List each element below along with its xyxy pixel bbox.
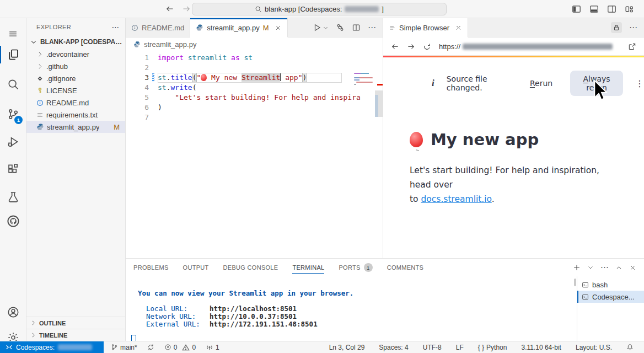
menu-icon[interactable] <box>0 23 26 45</box>
toggle-panel-icon[interactable] <box>589 4 599 14</box>
encoding-status[interactable]: UTF-8 <box>420 344 444 351</box>
tab-debug-console[interactable]: DEBUG CONSOLE <box>223 259 278 276</box>
tab-streamlit-app[interactable]: streamlit_app.py M <box>190 18 287 38</box>
tree-item-license[interactable]: LICENSE <box>26 84 125 97</box>
kebab-menu-icon[interactable]: ⋮ <box>635 78 644 89</box>
redacted-codespace-name <box>58 344 92 350</box>
terminal-line: Local URL: http://localhost:8501 <box>138 305 576 313</box>
balloon-emoji <box>410 132 423 147</box>
sidebar-item-github[interactable] <box>0 210 26 232</box>
keyboard-layout-status[interactable]: Layout: U.S. <box>573 344 615 351</box>
code-editor[interactable]: 1import streamlit as st 2 3st.title(" My… <box>126 51 383 122</box>
tab-simple-browser[interactable]: Simple Browser <box>383 18 468 38</box>
open-external-icon[interactable] <box>628 42 636 51</box>
explorer-more-actions-icon[interactable]: ⋯ <box>112 23 120 31</box>
play-icon <box>313 23 321 32</box>
rerun-button[interactable]: Rerun <box>524 75 558 92</box>
notifications-bell-icon[interactable] <box>624 344 636 351</box>
overview-ruler[interactable] <box>375 51 383 269</box>
tree-root-folder[interactable]: BLANK-APP [CODESPAC... <box>26 36 125 48</box>
panel-more-actions-icon[interactable]: ⋯ <box>600 263 609 272</box>
maximize-panel-icon[interactable] <box>615 264 622 271</box>
browser-reload-icon[interactable] <box>423 42 431 51</box>
tree-item-readme[interactable]: README.md <box>26 97 125 109</box>
braces-icon: { } <box>478 344 484 351</box>
terminal-icon <box>582 281 589 288</box>
account-icon[interactable] <box>0 301 26 323</box>
command-center-search[interactable]: blank-app [Codespaces: ] <box>192 3 447 15</box>
cursor-position-status[interactable]: Ln 3, Col 29 <box>326 344 368 351</box>
problems-status[interactable]: 0 0 <box>162 344 198 351</box>
remote-indicator[interactable]: Codespaces: <box>0 341 104 353</box>
bracket-match: ) <box>303 73 307 82</box>
terminal-output[interactable]: You can now view your Streamlit app in y… <box>126 276 576 341</box>
code-token: write <box>170 83 192 92</box>
browser-back-icon[interactable] <box>391 42 399 51</box>
tree-item-devcontainer[interactable]: .devcontainer <box>26 48 125 60</box>
tab-problems[interactable]: PROBLEMS <box>133 259 169 276</box>
sync-status[interactable] <box>144 344 157 351</box>
terminal-profile-chevron-icon[interactable] <box>587 264 594 271</box>
terminal-line: You can now view your Streamlit app in y… <box>138 290 576 297</box>
docs-link[interactable]: docs.streamlit.io <box>421 194 492 204</box>
close-tab-icon[interactable] <box>455 24 462 31</box>
eol-status[interactable]: LF <box>453 344 466 351</box>
tree-item-streamlit-app[interactable]: streamlit_app.py M <box>26 121 125 133</box>
split-editor-icon[interactable] <box>352 23 361 32</box>
explorer-sidebar: EXPLORER ⋯ BLANK-APP [CODESPAC... .devco… <box>26 18 126 341</box>
command-center-label-suffix: ] <box>382 5 384 13</box>
sidebar-item-extensions[interactable] <box>0 158 26 180</box>
tree-item-github-folder[interactable]: .github <box>26 60 125 72</box>
history-forward-icon[interactable] <box>182 4 191 13</box>
sidebar-item-run-debug[interactable] <box>0 131 26 153</box>
lock-preview-icon[interactable] <box>611 22 622 33</box>
branch-status[interactable]: main* <box>108 344 140 351</box>
terminal-session-bash[interactable]: bash <box>577 279 644 291</box>
chevron-down-icon <box>323 25 329 31</box>
sidebar-item-search[interactable] <box>0 73 26 95</box>
tab-output[interactable]: OUTPUT <box>183 259 209 276</box>
forwarded-ports-status[interactable]: 1 <box>203 344 222 351</box>
close-panel-icon[interactable] <box>629 264 636 271</box>
terminal-scrollbar[interactable] <box>574 279 576 286</box>
python-interpreter-status[interactable]: 3.11.10 64-bit <box>518 344 564 351</box>
tree-item-requirements[interactable]: requirements.txt <box>26 109 125 121</box>
chevron-right-icon <box>36 51 44 58</box>
sidebar-item-testing[interactable] <box>0 186 26 208</box>
new-terminal-icon[interactable] <box>573 264 581 271</box>
tab-readme[interactable]: README.md <box>126 18 190 37</box>
chevron-right-icon <box>30 319 37 327</box>
line-number: 4 <box>126 83 151 93</box>
close-tab-icon[interactable] <box>275 24 282 31</box>
outline-section[interactable]: OUTLINE <box>26 317 125 329</box>
tree-item-gitignore[interactable]: .gitignore <box>26 72 125 84</box>
tab-comments[interactable]: COMMENTS <box>387 259 424 276</box>
sidebar-item-source-control[interactable]: 1 <box>0 103 26 125</box>
run-python-file-button[interactable] <box>313 23 329 32</box>
sync-icon <box>147 344 154 351</box>
url-bar[interactable]: https:// <box>439 42 620 51</box>
history-back-icon[interactable] <box>165 4 174 13</box>
toggle-secondary-sidebar-icon[interactable] <box>607 4 616 14</box>
scrollbar-thumb[interactable] <box>375 90 383 117</box>
run-options-icon[interactable] <box>336 23 345 32</box>
language-mode-status[interactable]: { }Python <box>475 344 510 351</box>
minimap[interactable] <box>352 72 375 86</box>
editor-more-actions-icon[interactable]: ⋯ <box>368 23 376 33</box>
customize-layout-icon[interactable] <box>625 4 634 14</box>
code-token: My new <box>207 73 242 82</box>
activity-bar: 1 <box>0 18 26 341</box>
browser-forward-icon[interactable] <box>407 42 415 51</box>
tab-terminal[interactable]: TERMINAL <box>292 259 324 276</box>
line-number-active: 3 <box>126 73 151 83</box>
toggle-primary-sidebar-icon[interactable] <box>572 4 581 14</box>
indentation-status[interactable]: Spaces: 4 <box>376 344 411 351</box>
browser-more-actions-icon[interactable]: ⋯ <box>629 23 637 33</box>
timeline-section[interactable]: TIMELINE <box>26 329 125 341</box>
tab-ports[interactable]: PORTS1 <box>339 259 372 276</box>
breadcrumb[interactable]: streamlit_app.py <box>126 38 383 51</box>
chevron-right-icon <box>36 63 44 70</box>
sidebar-item-explorer[interactable] <box>0 44 26 66</box>
terminal-session-codespace[interactable]: Codespace... <box>577 291 644 303</box>
code-token: as <box>231 54 240 62</box>
